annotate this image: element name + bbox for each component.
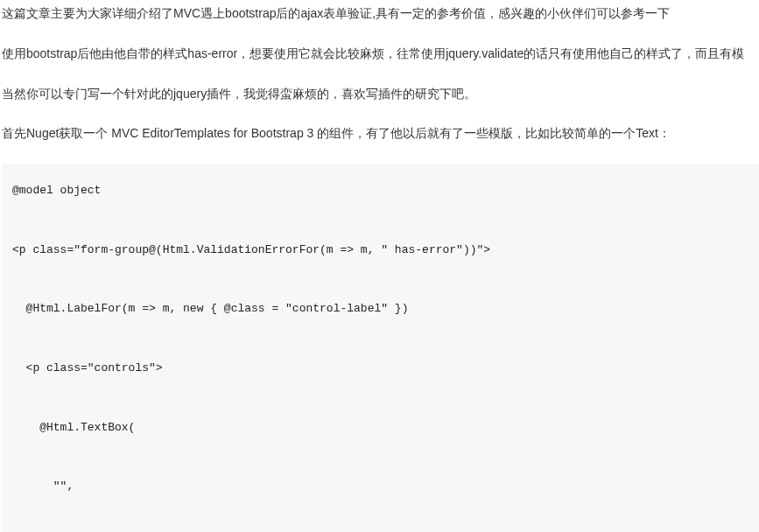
paragraph-4: 首先Nuget获取一个 MVC EditorTemplates for Boot… [2, 123, 759, 144]
code-line: <p class="form-group@(Html.ValidationErr… [12, 243, 490, 256]
intro-paragraph: 这篇文章主要为大家详细介绍了MVC遇上bootstrap后的ajax表单验证,具… [2, 4, 759, 24]
article-body: 这篇文章主要为大家详细介绍了MVC遇上bootstrap后的ajax表单验证,具… [0, 0, 759, 532]
code-line: @Html.TextBox( [12, 421, 135, 434]
code-line: @model object [12, 184, 101, 197]
paragraph-3: 当然你可以专门写一个针对此的jquery插件，我觉得蛮麻烦的，喜欢写插件的研究下… [2, 84, 759, 105]
code-line: <p class="controls"> [12, 361, 163, 374]
code-line: @Html.LabelFor(m => m, new { @class = "c… [12, 302, 408, 315]
code-block: @model object <p class="form-group@(Html… [2, 164, 759, 532]
paragraph-2: 使用bootstrap后他由他自带的样式has-error，想要使用它就会比较麻… [2, 44, 759, 65]
code-line: "", [12, 480, 74, 493]
